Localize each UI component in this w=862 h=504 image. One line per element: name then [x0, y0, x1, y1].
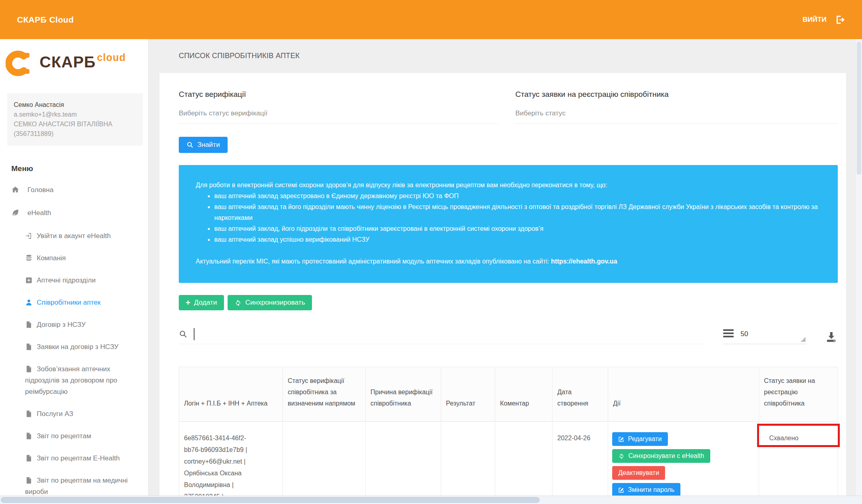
page-size-select[interactable]: 50 — [723, 329, 807, 344]
ehealth-link[interactable]: https://ehealth.gov.ua — [551, 258, 617, 265]
sidebar-item-prescription-report[interactable]: Звіт по рецептам — [11, 431, 138, 442]
status-value: Схвалено — [769, 435, 799, 441]
search-input[interactable] — [197, 330, 706, 339]
horizontal-scrollbar-thumb[interactable] — [1, 497, 540, 503]
file-icon — [25, 432, 33, 440]
change-password-button[interactable]: Змінити пароль — [612, 483, 680, 497]
sidebar-item-nszu-contract[interactable]: Договір з НСЗУ — [11, 319, 138, 330]
result-cell — [441, 422, 495, 504]
logout-button[interactable]: ВИЙТИ — [803, 15, 845, 25]
brand-title: СКАРБ Cloud — [17, 15, 74, 25]
app-window: СКАРБ Cloud ВИЙТИ СКАРБcloud Семко Анаст… — [0, 0, 862, 504]
column-header-result: Результат — [441, 367, 495, 422]
find-button[interactable]: Знайти — [179, 137, 228, 153]
notice-item: ваш аптечний заклад зареєстровано в Єдин… — [214, 190, 821, 201]
resize-corner-icon — [801, 337, 806, 342]
database-icon — [25, 254, 33, 262]
file-icon — [25, 477, 33, 485]
created-date-cell: 2022-04-26 — [552, 422, 608, 504]
comment-cell — [495, 422, 552, 504]
sidebar-item-prescription-report-ehealth[interactable]: Звіт по рецептам E-Health — [11, 453, 138, 464]
file-icon — [25, 410, 33, 418]
page-title: СПИСОК СПІВРОБІТНИКІВ АПТЕК — [149, 39, 862, 60]
application-status-cell: Схвалено — [759, 422, 838, 504]
sidebar-item-reimbursement-obligations[interactable]: Зобов’язання аптечних підрозділів за дог… — [11, 364, 138, 397]
notice-item: ваш аптечний заклад успішно верифіковани… — [214, 234, 821, 245]
horizontal-scrollbar[interactable] — [0, 496, 862, 504]
search-icon — [186, 141, 194, 148]
main-content: СПИСОК СПІВРОБІТНИКІВ АПТЕК Статус вериф… — [149, 39, 862, 504]
page-size-value: 50 — [741, 330, 748, 338]
logo-cloud-label: cloud — [97, 52, 126, 63]
deactivate-button[interactable]: Деактивувати — [612, 466, 665, 480]
user-full-name: СЕМКО АНАСТАСІЯ ВІТАЛІЇВНА — [14, 119, 136, 129]
text-cursor — [194, 328, 195, 340]
notice-list: ваш аптечний заклад зареєстровано в Єдин… — [196, 190, 821, 245]
table-row: 6e857661-3414-46f2- bb76-b96093d1e7b9 | … — [179, 422, 838, 504]
sidebar-item-ehealth-login[interactable]: Увійти в акаунт eHealth — [11, 230, 138, 242]
sidebar-item-company[interactable]: Компанія — [11, 253, 138, 264]
user-phone: (3567311889) — [14, 129, 136, 139]
application-status-label: Статус заявки на реєстрацію співробітник… — [515, 90, 838, 99]
column-header-verification-status: Статус верифікації співробітника за визн… — [283, 367, 366, 422]
employees-table: Логін + П.І.Б + ІНН + Аптека Статус вери… — [179, 367, 838, 504]
user-name: Семко Анастасія — [14, 100, 136, 110]
user-info-box: Семко Анастасія a.semko+1@rks.team СЕМКО… — [7, 93, 143, 146]
notice-intro: Для роботи в електронній системі охорони… — [196, 180, 821, 190]
verification-reason-cell — [366, 422, 441, 504]
app-logo: СКАРБcloud — [0, 39, 148, 88]
filters-row: Статус верифікації Виберіть статус вериф… — [179, 90, 838, 124]
user-icon — [25, 299, 33, 307]
search-icon — [179, 330, 188, 339]
synchronize-button[interactable]: Синхронизировать — [228, 295, 312, 310]
download-button[interactable] — [825, 330, 838, 344]
sidebar-item-pharmacy-employees[interactable]: Співробітники аптек — [11, 297, 138, 308]
topbar: СКАРБ Cloud ВИЙТИ — [0, 0, 862, 39]
logo-text: СКАРБcloud — [40, 48, 126, 78]
list-icon — [723, 329, 734, 339]
column-header-comment: Коментар — [495, 367, 552, 422]
file-icon — [25, 365, 33, 373]
sidebar-item-ehealth[interactable]: eHealth — [11, 207, 138, 219]
notice-footer: Актуальний перелік МІС, які мають протес… — [196, 256, 821, 267]
file-icon — [25, 343, 33, 351]
menu-heading: Меню — [11, 164, 148, 173]
sidebar-item-az-services[interactable]: Послуги АЗ — [11, 408, 138, 420]
sidebar-item-pharmacy-units[interactable]: Аптечні підрозділи — [11, 275, 138, 286]
info-notice: Для роботи в електронній системі охорони… — [179, 165, 838, 283]
application-status-select[interactable]: Виберіть статус — [515, 109, 838, 124]
add-button[interactable]: + Додати — [179, 295, 224, 310]
sidebar-item-medical-devices-report[interactable]: Звіт по рецептам на медичні вироби — [11, 475, 138, 498]
user-email: a.semko+1@rks.team — [14, 110, 136, 119]
vertical-scrollbar[interactable] — [856, 39, 862, 496]
table-controls-row: 50 — [179, 328, 838, 344]
verification-status-cell — [283, 422, 366, 504]
employees-table-wrap: Логін + П.І.Б + ІНН + Аптека Статус вери… — [179, 367, 838, 504]
notice-item: ваш аптечний заклад, його підрозділи та … — [214, 223, 821, 234]
column-header-verification-reason: Причина верифікації співробітника — [366, 367, 441, 422]
logout-label: ВИЙТИ — [803, 16, 826, 24]
edit-button[interactable]: Редагувати — [612, 432, 668, 446]
leaf-icon — [11, 209, 19, 217]
application-status-filter: Статус заявки на реєстрацію співробітник… — [515, 90, 838, 124]
sidebar-item-home[interactable]: Головна — [11, 184, 138, 196]
verification-status-select[interactable]: Виберіть статус верифікації — [179, 109, 499, 124]
sidebar-item-nszu-contract-applications[interactable]: Заявки на договір з НСЗУ — [11, 341, 138, 353]
sign-out-icon — [835, 15, 845, 25]
table-search[interactable] — [179, 328, 706, 344]
verification-status-label: Статус верифікації — [179, 90, 499, 99]
table-actions-row: + Додати Синхронизировать — [179, 295, 838, 310]
column-header-created-date: Дата створення — [552, 367, 608, 422]
column-header-login: Логін + П.І.Б + ІНН + Аптека — [179, 367, 283, 422]
vertical-scrollbar-thumb[interactable] — [857, 42, 861, 175]
file-icon — [25, 454, 33, 462]
notice-item: ваш аптечний заклад та його підрозділи м… — [214, 201, 821, 223]
column-header-actions: Дії — [608, 367, 759, 422]
sign-in-icon — [25, 232, 33, 240]
skarb-logo-icon — [6, 50, 31, 76]
employee-login-cell: 6e857661-3414-46f2- bb76-b96093d1e7b9 | … — [179, 422, 283, 504]
column-header-application-status: Статус заявки на реєстрацію співробітник… — [759, 367, 838, 422]
plus-square-icon — [25, 276, 33, 284]
plus-icon: + — [186, 299, 190, 307]
sync-ehealth-button[interactable]: Синхронізувати с eHealth — [612, 449, 710, 463]
